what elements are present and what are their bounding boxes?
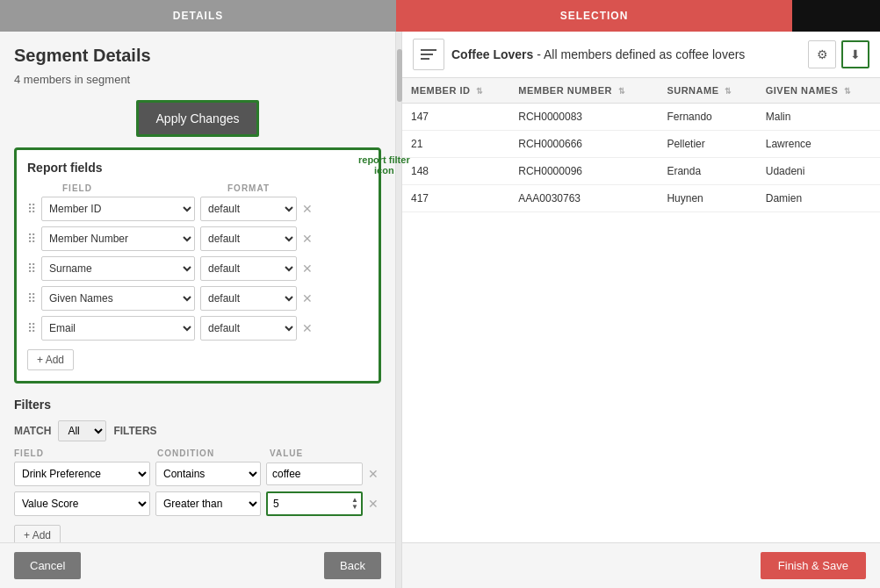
- remove-field-4[interactable]: ✕: [302, 291, 313, 305]
- format-select-4[interactable]: default: [200, 286, 297, 311]
- drag-handle-5[interactable]: ⠿: [27, 321, 36, 335]
- field-col-header: FIELD: [62, 183, 220, 193]
- filter-icon-button[interactable]: [413, 39, 444, 70]
- filters-word: FILTERS: [113, 425, 156, 437]
- cancel-button[interactable]: Cancel: [14, 552, 81, 579]
- field-select-2[interactable]: Member Number: [41, 226, 195, 251]
- filter-number-input-2[interactable]: [273, 498, 352, 510]
- filter-field-select-2[interactable]: Value Score: [14, 491, 150, 516]
- field-row-1: ⠿ Member ID default ✕: [27, 197, 368, 221]
- filter-row-1: Drink Preference Contains ✕: [14, 462, 381, 486]
- filter-condition-header: CONDITION: [157, 448, 263, 458]
- table-row[interactable]: 148RCH0000096ErandaUdadeni: [402, 158, 880, 185]
- report-fields-box: Report fields FIELD FORMAT ⠿ Member ID: [14, 147, 381, 384]
- col-header-given-names[interactable]: GIVEN NAMES ⇅: [757, 78, 880, 104]
- member-count: 4 members in segment: [14, 73, 381, 86]
- field-row-4: ⠿ Given Names default ✕: [27, 286, 368, 311]
- settings-icon-button[interactable]: ⚙: [808, 40, 836, 68]
- filter-value-header: VALUE: [270, 448, 366, 458]
- field-row-3: ⠿ Surname default ✕: [27, 256, 368, 281]
- col-header-member-id[interactable]: MEMBER ID ⇅: [402, 78, 509, 104]
- tab-selection[interactable]: SELECTION: [396, 0, 792, 32]
- format-select-5[interactable]: default: [200, 316, 297, 341]
- download-icon-button[interactable]: ⬇: [841, 40, 869, 68]
- filter-condition-select-2[interactable]: Greater than: [155, 491, 261, 516]
- right-top-bar: Coffee Lovers - All members defined as c…: [402, 32, 880, 78]
- match-label: MATCH: [14, 425, 51, 437]
- field-row-2: ⠿ Member Number default ✕: [27, 226, 368, 251]
- filter-lines-icon: [421, 49, 436, 60]
- filter-row-2: Value Score Greater than ▲ ▼ ✕: [14, 491, 381, 516]
- format-select-1[interactable]: default: [200, 197, 297, 221]
- field-select-5[interactable]: Email: [41, 316, 195, 341]
- format-select-2[interactable]: default: [200, 226, 297, 251]
- apply-changes-button[interactable]: Apply Changes: [136, 100, 260, 137]
- bottom-bar: Cancel Back: [0, 542, 395, 588]
- col-header-surname[interactable]: SURNAME ⇅: [658, 78, 756, 104]
- add-field-button[interactable]: + Add: [27, 349, 74, 370]
- remove-field-3[interactable]: ✕: [302, 262, 313, 276]
- col-header-member-number[interactable]: MEMBER NUMBER ⇅: [509, 78, 658, 104]
- drag-handle-4[interactable]: ⠿: [27, 291, 36, 305]
- filters-section: Filters MATCH All Any FILTERS FIELD COND…: [14, 398, 381, 546]
- field-select-3[interactable]: Surname: [41, 256, 195, 281]
- remove-field-5[interactable]: ✕: [302, 321, 313, 335]
- table-row[interactable]: 417AAA0030763HuynenDamien: [402, 185, 880, 212]
- finish-save-button[interactable]: Finish & Save: [761, 552, 866, 579]
- tab-details[interactable]: DETAILS: [0, 0, 396, 32]
- number-down-arrow[interactable]: ▼: [351, 504, 358, 511]
- filter-field-select-1[interactable]: Drink Preference: [14, 462, 150, 486]
- field-select-1[interactable]: Member ID: [41, 197, 195, 221]
- report-filter-annotation: report filter icon: [358, 154, 410, 176]
- table-container: MEMBER ID ⇅ MEMBER NUMBER ⇅ SURNAME ⇅ GI…: [402, 78, 880, 551]
- remove-filter-2[interactable]: ✕: [368, 497, 379, 511]
- table-row[interactable]: 147RCH0000083FernandoMalin: [402, 104, 880, 131]
- remove-field-1[interactable]: ✕: [302, 202, 313, 216]
- filter-value-input-1[interactable]: [266, 463, 363, 485]
- drag-handle-1[interactable]: ⠿: [27, 202, 36, 216]
- match-select[interactable]: All Any: [58, 420, 106, 441]
- segment-name: Coffee Lovers - All members defined as c…: [451, 47, 745, 61]
- format-col-header: FORMAT: [227, 183, 270, 193]
- field-select-4[interactable]: Given Names: [41, 286, 195, 311]
- page-title: Segment Details: [14, 46, 381, 66]
- remove-field-2[interactable]: ✕: [302, 232, 313, 246]
- filter-field-header: FIELD: [14, 448, 150, 458]
- remove-filter-1[interactable]: ✕: [368, 467, 379, 481]
- back-button[interactable]: Back: [324, 552, 381, 579]
- field-row-5: ⠿ Email default ✕: [27, 316, 368, 341]
- report-fields-title: Report fields: [27, 161, 368, 175]
- filters-title: Filters: [14, 398, 381, 412]
- drag-handle-3[interactable]: ⠿: [27, 262, 36, 276]
- filter-condition-select-1[interactable]: Contains: [155, 462, 261, 486]
- format-select-3[interactable]: default: [200, 256, 297, 281]
- table-row[interactable]: 21RCH0000666PelletierLawrence: [402, 131, 880, 158]
- data-table: MEMBER ID ⇅ MEMBER NUMBER ⇅ SURNAME ⇅ GI…: [402, 78, 880, 212]
- drag-handle-2[interactable]: ⠿: [27, 232, 36, 246]
- filter-value-number-2: ▲ ▼: [266, 491, 363, 516]
